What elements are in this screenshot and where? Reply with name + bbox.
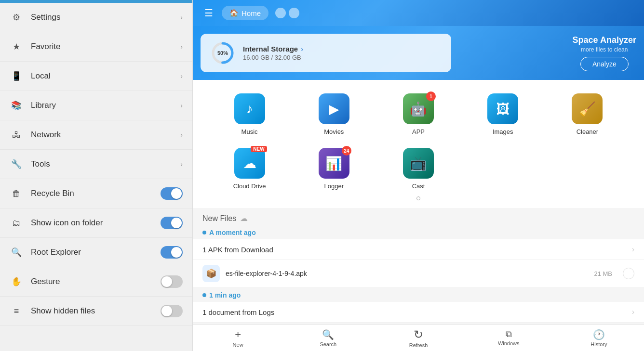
- space-analyzer: Space Analyzer more files to clean Analy…: [573, 35, 636, 71]
- nav-item-history[interactable]: 🕐 History: [554, 325, 644, 351]
- show-icon-on-folder-toggle[interactable]: [161, 217, 183, 229]
- sidebar-item-root-explorer[interactable]: 🔍Root Explorer: [0, 238, 192, 267]
- sidebar-item-favorite[interactable]: ★Favorite›: [0, 32, 192, 62]
- sidebar-item-library[interactable]: 📚Library›: [0, 91, 192, 120]
- storage-subtitle: 16.00 GB / 32.00 GB: [243, 54, 442, 61]
- network-label: Network: [31, 130, 180, 140]
- nav-item-refresh[interactable]: ↻ Refresh: [373, 325, 463, 351]
- nav-item-windows[interactable]: ⧉ Windows: [464, 325, 554, 351]
- file-size: 21 MB: [594, 270, 612, 277]
- app-cleaner-name: Cleaner: [577, 128, 599, 135]
- app-cast-icon-wrap: 📺: [403, 148, 434, 179]
- recycle-bin-toggle[interactable]: [161, 187, 183, 200]
- file-checkbox[interactable]: [623, 268, 634, 279]
- refresh-label: Refresh: [409, 342, 428, 348]
- sidebar: ⚙Settings›★Favorite›📱Local›📚Library›🖧Net…: [0, 0, 193, 351]
- app-cast[interactable]: 📺Cast: [376, 144, 460, 194]
- storage-section: 50% Internal Storage › 16.00 GB / 32.00 …: [193, 26, 644, 80]
- network-arrow: ›: [180, 131, 183, 139]
- local-arrow: ›: [180, 72, 183, 80]
- sidebar-item-network[interactable]: 🖧Network›: [0, 120, 192, 150]
- app-images-name: Images: [493, 128, 513, 135]
- nav-dot-1: [275, 8, 286, 18]
- file-group-header[interactable]: 1 document from Logs›: [193, 302, 644, 323]
- home-icon: 🏠: [229, 9, 239, 17]
- search-label: Search: [320, 341, 336, 347]
- top-nav: ☰ 🏠 Home: [193, 0, 644, 26]
- sidebar-item-recycle-bin[interactable]: 🗑Recycle Bin: [0, 179, 192, 208]
- hamburger-button[interactable]: ☰: [201, 5, 217, 21]
- history-icon: 🕐: [593, 329, 605, 340]
- file-group: 1 APK from Download›📦es-file-explorer-4-…: [193, 239, 644, 287]
- gesture-toggle[interactable]: [161, 275, 183, 288]
- new-label: New: [233, 342, 243, 348]
- file-group-title: 1 document from Logs: [202, 308, 274, 316]
- new-files-section: New Files ☁ A moment ago1 APK from Downl…: [193, 208, 644, 324]
- app-images-icon-wrap: 🖼: [487, 93, 518, 124]
- app-cloud-drive-icon: ☁: [243, 156, 256, 171]
- file-row[interactable]: 📦es-file-explorer-4-1-9-4.apk21 MB: [193, 260, 644, 287]
- file-group-header[interactable]: 1 APK from Download›: [193, 239, 644, 260]
- app-cloud-drive[interactable]: ☁NEWCloud Drive: [207, 144, 292, 194]
- root-explorer-icon: 🔍: [10, 246, 23, 259]
- app-app-badge: 1: [426, 91, 436, 101]
- sidebar-item-show-icon-on-folder[interactable]: 🗂Show icon on folder: [0, 208, 192, 238]
- app-cleaner-icon-wrap: 🧹: [572, 93, 603, 124]
- sidebar-item-tools[interactable]: 🔧Tools›: [0, 150, 192, 179]
- settings-label: Settings: [31, 13, 180, 22]
- refresh-icon: ↻: [414, 328, 423, 341]
- app-logger[interactable]: 📊24Logger: [292, 144, 376, 194]
- nav-item-new[interactable]: + New: [193, 325, 283, 351]
- home-label: Home: [242, 9, 261, 17]
- settings-arrow: ›: [180, 13, 183, 21]
- app-logger-icon-wrap: 📊24: [319, 148, 349, 179]
- tools-icon: 🔧: [10, 157, 23, 171]
- show-icon-on-folder-icon: 🗂: [10, 216, 23, 230]
- show-hidden-files-icon: ≡: [10, 304, 23, 318]
- analyze-button[interactable]: Analyze: [580, 57, 629, 71]
- storage-card[interactable]: 50% Internal Storage › 16.00 GB / 32.00 …: [201, 34, 451, 72]
- sidebar-item-local[interactable]: 📱Local›: [0, 62, 192, 91]
- storage-circle: 50%: [210, 40, 235, 65]
- tools-label: Tools: [31, 159, 180, 169]
- file-name: es-file-explorer-4-1-9-4.apk: [226, 270, 588, 277]
- history-label: History: [590, 341, 607, 347]
- library-arrow: ›: [180, 102, 183, 109]
- app-cast-name: Cast: [412, 182, 425, 190]
- home-button[interactable]: 🏠 Home: [222, 6, 268, 20]
- app-music[interactable]: ♪Music: [207, 90, 292, 139]
- time-group-label: A moment ago: [193, 226, 644, 239]
- sidebar-item-gesture[interactable]: ✋Gesture: [0, 267, 192, 297]
- recycle-bin-icon: 🗑: [10, 187, 23, 200]
- app-movies-name: Movies: [324, 128, 344, 135]
- recycle-bin-label: Recycle Bin: [31, 189, 161, 198]
- file-group-chevron: ›: [632, 245, 634, 254]
- nav-item-search[interactable]: 🔍 Search: [283, 325, 373, 351]
- app-cleaner[interactable]: 🧹Cleaner: [545, 90, 630, 139]
- search-icon: 🔍: [322, 329, 334, 340]
- app-images[interactable]: 🖼Images: [461, 90, 545, 139]
- sidebar-item-show-hidden-files[interactable]: ≡Show hidden files: [0, 297, 192, 326]
- app-grid: ♪Music▶Movies🤖1APP🖼Images🧹Cleaner☁NEWClo…: [207, 90, 630, 194]
- windows-label: Windows: [498, 340, 520, 346]
- nav-dots: [275, 8, 299, 18]
- app-music-icon-wrap: ♪: [234, 93, 265, 124]
- app-app[interactable]: 🤖1APP: [376, 90, 460, 139]
- app-cleaner-icon: 🧹: [579, 101, 596, 117]
- app-app-icon: 🤖: [410, 101, 427, 117]
- file-group-title: 1 APK from Download: [202, 246, 273, 254]
- library-icon: 📚: [10, 99, 23, 112]
- favorite-label: Favorite: [31, 42, 180, 52]
- show-hidden-files-toggle[interactable]: [161, 305, 183, 317]
- app-movies[interactable]: ▶Movies: [292, 90, 376, 139]
- gesture-icon: ✋: [10, 275, 23, 288]
- root-explorer-label: Root Explorer: [31, 247, 161, 257]
- root-explorer-toggle[interactable]: [161, 246, 183, 259]
- scroll-indicator: [207, 194, 630, 203]
- storage-title: Internal Storage ›: [243, 45, 442, 53]
- file-group-chevron: ›: [632, 308, 634, 316]
- space-analyzer-subtitle: more files to clean: [573, 46, 636, 53]
- favorite-arrow: ›: [180, 43, 183, 51]
- scroll-dot: [416, 196, 420, 200]
- sidebar-item-settings[interactable]: ⚙Settings›: [0, 3, 192, 32]
